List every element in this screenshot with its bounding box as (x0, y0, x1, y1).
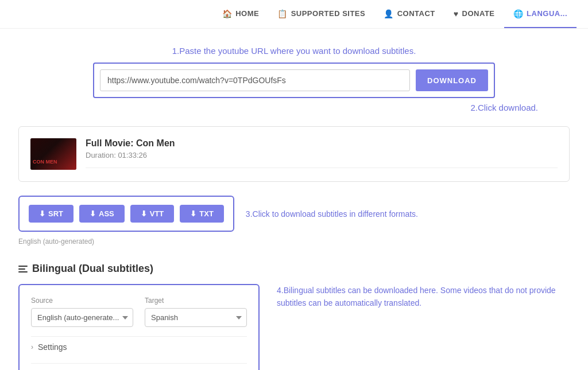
nav-contact[interactable]: 👤 CONTACT (374, 0, 444, 28)
nav-language[interactable]: 🌐 LANGUA... (504, 0, 577, 28)
bilingual-title: Bilingual (Dual subtitles) (18, 263, 570, 275)
ass-button[interactable]: ⬇ ASS (79, 205, 125, 223)
auto-lang-label: English (auto-generated) (18, 237, 570, 246)
source-select[interactable]: English (auto-generate... (31, 308, 133, 327)
navigation: 🏠 HOME 📋 SUPPORTED SITES 👤 CONTACT ♥ DON… (0, 0, 588, 29)
bilingual-info: 4.Bilingual subtitles can be downloaded … (277, 284, 570, 310)
nav-home-label: HOME (235, 9, 259, 18)
bilingual-section: Bilingual (Dual subtitles) Source Englis… (18, 263, 570, 370)
step1-label: 1.Paste the youtube URL where you want t… (18, 46, 570, 56)
heart-icon: ♥ (454, 9, 459, 18)
target-group: Target Spanish French German Portuguese … (145, 297, 247, 327)
download-arrow-icon: ⬇ (39, 209, 45, 218)
url-input[interactable] (100, 69, 410, 91)
settings-row[interactable]: › Settings (31, 336, 247, 357)
txt-button[interactable]: ⬇ TXT (180, 205, 224, 223)
vtt-button[interactable]: ⬇ VTT (130, 205, 175, 223)
nav-supported-sites-label: SUPPORTED SITES (291, 9, 366, 18)
nav-supported-sites[interactable]: 📋 SUPPORTED SITES (268, 0, 374, 28)
chevron-right-icon: › (31, 343, 33, 351)
nav-home[interactable]: 🏠 HOME (213, 0, 269, 28)
home-icon: 🏠 (222, 9, 233, 18)
video-duration: Duration: 01:33:26 (86, 151, 558, 159)
video-card: CON MEN Full Movie: Con Men Duration: 01… (18, 126, 570, 182)
url-container: DOWNLOAD (93, 63, 495, 98)
source-label: Source (31, 297, 133, 305)
list-icon: 📋 (277, 9, 288, 18)
download-arrow-icon-3: ⬇ (141, 209, 147, 218)
source-target-row: Source English (auto-generate... Target … (31, 297, 247, 327)
download-arrow-icon-4: ⬇ (190, 209, 196, 218)
srt-button[interactable]: ⬇ SRT (29, 205, 74, 223)
format-buttons-box: ⬇ SRT ⬇ ASS ⬇ VTT ⬇ TXT (18, 196, 234, 232)
contact-icon: 👤 (384, 9, 394, 18)
download-arrow-icon-2: ⬇ (90, 209, 96, 218)
source-group: Source English (auto-generate... (31, 297, 133, 327)
nav-donate[interactable]: ♥ DONATE (444, 0, 504, 28)
settings-label: Settings (38, 342, 67, 352)
bilingual-format-buttons: ⬇ SRT ⬇ ASS ⬇ VTT ⬇ TXT Engli (31, 363, 247, 370)
bilingual-box: Source English (auto-generate... Target … (18, 284, 260, 370)
main-content: 1.Paste the youtube URL where you want t… (7, 29, 581, 370)
language-icon: 🌐 (513, 9, 524, 18)
download-button[interactable]: DOWNLOAD (416, 69, 488, 91)
video-title: Full Movie: Con Men (86, 138, 558, 149)
step3-label: 3.Click to download subtitles in differe… (246, 209, 570, 219)
target-label: Target (145, 297, 247, 305)
video-thumbnail: CON MEN (30, 138, 76, 170)
step2-label: 2.Click download. (50, 103, 538, 112)
target-select[interactable]: Spanish French German Portuguese Japanes… (145, 308, 247, 327)
video-info: Full Movie: Con Men Duration: 01:33:26 (86, 138, 558, 168)
lines-icon (18, 266, 28, 272)
bilingual-body: Source English (auto-generate... Target … (18, 284, 570, 370)
nav-language-label: LANGUA... (527, 9, 567, 18)
nav-contact-label: CONTACT (397, 9, 435, 18)
nav-donate-label: DONATE (462, 9, 495, 18)
format-row: ⬇ SRT ⬇ ASS ⬇ VTT ⬇ TXT 3.Click to downl… (18, 196, 570, 232)
video-thumb-label: CON MEN (33, 159, 57, 165)
